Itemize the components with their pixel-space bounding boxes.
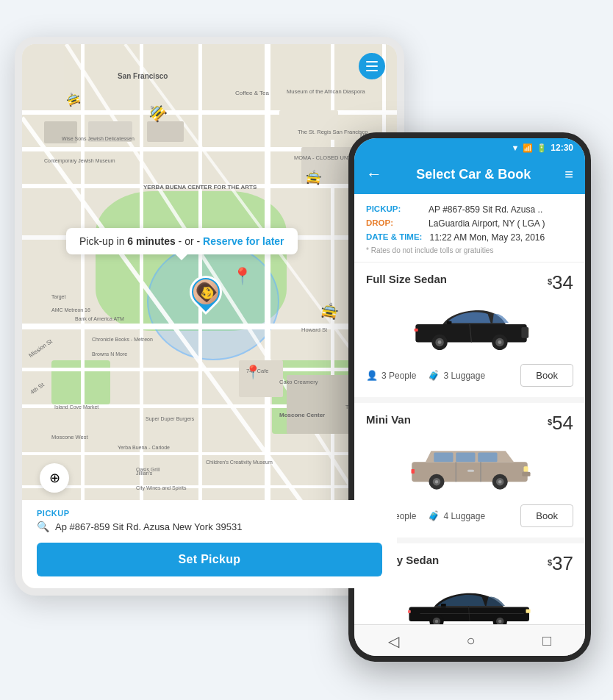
map-label-cako: Cako Creamery bbox=[279, 379, 318, 385]
user-avatar bbox=[193, 279, 218, 304]
building-3 bbox=[147, 121, 184, 142]
tooltip-text-2: - or - bbox=[176, 235, 203, 247]
map-label-museum: Museum of the African Diaspora bbox=[287, 88, 345, 95]
book-button-sedan[interactable]: Book bbox=[520, 364, 573, 387]
car-image-luxury bbox=[366, 579, 573, 624]
luggage-spec-sedan: 🧳 3 Luggage bbox=[428, 370, 485, 381]
compass-icon: ⊕ bbox=[49, 470, 60, 486]
tooltip-minutes: 6 minutes bbox=[127, 235, 175, 247]
svg-rect-42 bbox=[441, 604, 446, 607]
car-price-sedan: $34 bbox=[548, 273, 573, 292]
tablet-device: San Francisco Coffee & Tea Museum of the… bbox=[15, 37, 404, 596]
pickup-field-value: AP #867-859 Sit Rd. Azusa .. bbox=[429, 204, 542, 215]
nav-home-button[interactable]: ○ bbox=[466, 632, 475, 650]
people-icon-sedan: 👤 bbox=[366, 370, 378, 381]
map-label-target: Target bbox=[51, 294, 65, 299]
map-label-howard: Howard St bbox=[301, 326, 327, 333]
svg-rect-39 bbox=[408, 610, 411, 613]
road-h1 bbox=[22, 110, 397, 115]
tooltip-text-1: Pick-up in bbox=[79, 235, 127, 247]
building-4 bbox=[279, 110, 338, 140]
people-spec-sedan: 👤 3 People bbox=[366, 370, 416, 381]
car-name-sedan: Full Size Sedan bbox=[366, 273, 447, 285]
tablet-bottom-bar: PICKUP 🔍 Ap #867-859 Sit Rd. Azusa New Y… bbox=[22, 500, 397, 588]
car-footer-sedan: 👤 3 People 🧳 3 Luggage Book bbox=[366, 364, 573, 387]
svg-rect-29 bbox=[522, 472, 530, 476]
road-h5 bbox=[22, 324, 397, 329]
svg-point-37 bbox=[498, 620, 502, 624]
map-label-moscone-west: Moscone West bbox=[51, 434, 87, 440]
svg-point-34 bbox=[435, 620, 439, 624]
scene: San Francisco Coffee & Tea Museum of the… bbox=[0, 0, 613, 700]
svg-rect-27 bbox=[524, 466, 528, 472]
drop-row: DROP: LaGuardia Airport, NY ( LGA ) bbox=[366, 218, 573, 229]
car-image-van bbox=[366, 438, 573, 497]
taxi-2: 🚖 bbox=[319, 300, 340, 321]
nav-recents-button[interactable]: □ bbox=[542, 632, 551, 650]
phone-header: ← Select Car & Book ≡ bbox=[354, 157, 585, 194]
page-title: Select Car & Book bbox=[416, 167, 531, 182]
pickup-tooltip: Pick-up in 6 minutes - or - Reserve for … bbox=[66, 228, 298, 254]
status-time: 12:30 bbox=[551, 143, 573, 153]
svg-point-6 bbox=[438, 340, 442, 344]
luggage-count-van: 4 Luggage bbox=[443, 511, 485, 521]
datetime-field-label: DATE & TIME: bbox=[366, 232, 422, 241]
svg-rect-11 bbox=[415, 329, 418, 332]
signal-icon: ▼ bbox=[511, 143, 519, 152]
map-label-amc: AMC Metreon 16 bbox=[51, 307, 90, 312]
people-count-sedan: 3 People bbox=[381, 371, 416, 381]
car-image-sedan bbox=[366, 298, 573, 357]
drop-field-value: LaGuardia Airport, NY ( LGA ) bbox=[429, 218, 545, 229]
map-label-yerba2: Yerba Buena - Carlode bbox=[118, 445, 170, 450]
book-button-van[interactable]: Book bbox=[520, 504, 573, 527]
set-pickup-button[interactable]: Set Pickup bbox=[37, 543, 382, 576]
car-price-luxury: $37 bbox=[548, 554, 573, 573]
luggage-spec-van: 🧳 4 Luggage bbox=[428, 510, 485, 521]
user-location-pin bbox=[190, 276, 222, 308]
tooltip-reserve-link[interactable]: Reserve for later bbox=[203, 235, 284, 247]
luxury-svg bbox=[404, 579, 536, 624]
pickup-label: PICKUP bbox=[37, 509, 382, 518]
svg-point-23 bbox=[435, 480, 439, 484]
svg-rect-14 bbox=[447, 321, 452, 324]
taxi-4: 🚖 bbox=[64, 90, 82, 108]
road-h8 bbox=[22, 452, 397, 455]
map-label-stregis: The St. Regis San Francisco bbox=[298, 129, 356, 135]
compass-button[interactable]: ⊕ bbox=[40, 463, 69, 493]
luggage-count-sedan: 3 Luggage bbox=[443, 371, 485, 381]
minivan-svg bbox=[404, 438, 536, 497]
flag-marker-2: 📍 bbox=[245, 364, 261, 380]
svg-rect-18 bbox=[478, 452, 497, 462]
back-button[interactable]: ← bbox=[366, 165, 382, 184]
map-label-chronicle: Chronicle Books - Metreon bbox=[92, 337, 143, 342]
map-label-boa: Bank of America ATM bbox=[75, 316, 123, 321]
car-header-sedan: Full Size Sedan $34 bbox=[366, 273, 573, 292]
car-name-van: Mini Van bbox=[366, 413, 411, 426]
flag-marker-1: 📍 bbox=[232, 267, 252, 286]
map-menu-button[interactable] bbox=[359, 53, 385, 79]
phone-nav-bar: ◁ ○ □ bbox=[354, 624, 585, 656]
map-label-jewish-museum: Contemporary Jewish Museum bbox=[44, 158, 96, 164]
car-footer-van: 👤 6 People 🧳 4 Luggage Book bbox=[366, 504, 573, 527]
menu-line-1 bbox=[366, 61, 378, 63]
header-menu-button[interactable]: ≡ bbox=[564, 166, 573, 183]
luggage-icon-sedan: 🧳 bbox=[428, 370, 440, 381]
search-icon: 🔍 bbox=[37, 521, 49, 532]
pickup-field-label: PICKUP: bbox=[366, 204, 421, 213]
map-label-browns: Browns N More bbox=[92, 351, 127, 357]
nav-back-button[interactable]: ◁ bbox=[388, 632, 399, 650]
map-label-mission: Mission St bbox=[27, 338, 53, 360]
svg-rect-30 bbox=[467, 470, 474, 472]
datetime-field-value: 11:22 AM Mon, May 23, 2016 bbox=[429, 232, 545, 243]
pickup-address-text: Ap #867-859 Sit Rd. Azusa New York 39531 bbox=[55, 521, 242, 532]
map-label-4th: 4th St bbox=[29, 382, 45, 396]
car-option-full-size-sedan: Full Size Sedan $34 bbox=[354, 262, 585, 403]
car-specs-sedan: 👤 3 People 🧳 3 Luggage bbox=[366, 370, 485, 381]
svg-rect-16 bbox=[434, 452, 453, 462]
rates-note: * Rates do not include tolls or gratuiti… bbox=[366, 246, 573, 254]
menu-line-2 bbox=[366, 65, 378, 67]
car-price-van: $54 bbox=[548, 413, 573, 432]
wifi-icon: 📶 bbox=[523, 143, 533, 153]
map-label-super-duper: Super Duper Burgers bbox=[146, 416, 194, 421]
svg-rect-38 bbox=[526, 610, 531, 613]
